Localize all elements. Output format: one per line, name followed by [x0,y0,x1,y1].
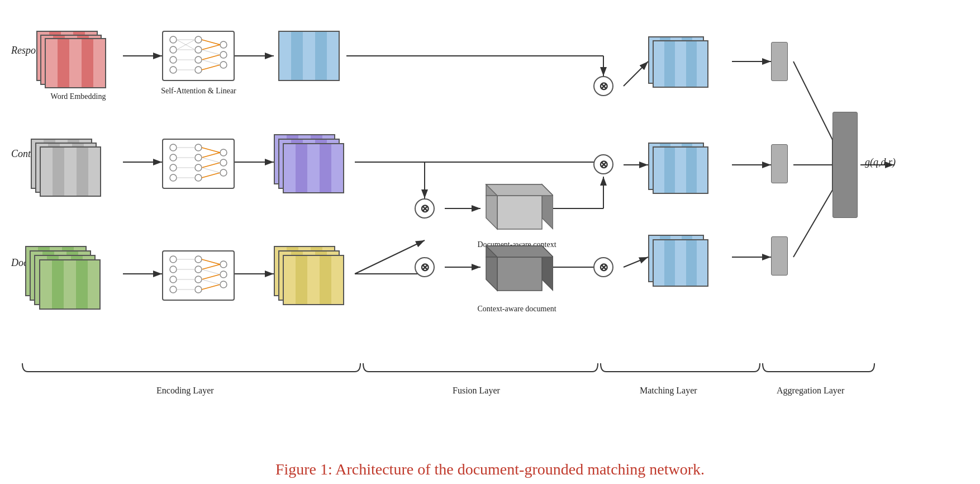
svg-point-79 [170,266,177,273]
svg-line-75 [202,173,220,178]
main-container: Response Context Document W [0,0,980,484]
svg-point-86 [220,261,227,268]
svg-point-39 [195,46,202,53]
svg-point-37 [170,67,177,73]
svg-point-44 [220,61,227,68]
svg-line-93 [202,259,220,264]
svg-line-72 [202,148,220,153]
doc-nn [162,250,235,301]
self-attention-label: Self-Attention & Linear [155,87,242,96]
agg-bar-large [832,112,858,218]
out-context-front [653,146,708,194]
svg-line-96 [202,284,220,290]
svg-point-36 [170,56,177,63]
fusion-mult-top: ⊗ [415,198,435,219]
svg-point-83 [195,266,202,273]
svg-point-35 [170,46,177,53]
svg-point-64 [195,174,202,181]
svg-line-29 [793,61,832,140]
svg-line-15 [355,240,425,274]
svg-line-54 [202,65,220,70]
svg-point-78 [170,256,177,263]
response-enc-back [278,31,340,81]
match-mult-context: ⊗ [593,154,613,174]
svg-point-65 [220,149,227,156]
svg-point-66 [220,159,227,166]
agg-bar-doc [771,236,788,276]
svg-point-87 [220,271,227,278]
context-nn [162,139,235,189]
svg-marker-110 [486,246,553,257]
svg-point-42 [220,41,227,48]
svg-line-31 [793,190,832,257]
svg-line-56 [202,60,220,65]
svg-point-80 [170,276,177,283]
svg-line-53 [202,55,220,60]
svg-point-82 [195,256,202,263]
svg-line-94 [202,264,220,269]
encoding-layer-label: Encoding Layer [156,386,214,396]
matching-layer-label: Matching Layer [640,386,697,396]
match-mult-response: ⊗ [593,76,613,96]
svg-marker-101 [497,196,542,229]
ctx-aware-cube [481,240,553,302]
svg-marker-109 [486,257,497,291]
doc-matrix-front [39,259,101,310]
svg-line-25 [624,257,648,267]
svg-line-51 [202,40,220,45]
out-doc-front [653,239,708,287]
svg-line-74 [202,163,220,168]
svg-point-40 [195,56,202,63]
fusion-layer-label: Fusion Layer [453,386,500,396]
agg-bar-context [771,144,788,183]
agg-bar-response [771,42,788,81]
word-embedding-label: Word Embedding [36,92,120,101]
svg-point-61 [195,144,202,151]
match-mult-doc: ⊗ [593,257,613,277]
figure-caption: Figure 1: Architecture of the document-g… [0,461,980,478]
ctx-aware-label: Context-aware document [469,305,564,314]
svg-point-84 [195,276,202,283]
context-enc-front [283,143,344,193]
context-matrix-front [40,146,101,197]
response-nn [162,31,235,81]
svg-point-85 [195,286,202,293]
svg-line-98 [202,279,220,284]
svg-point-41 [195,67,202,73]
svg-point-81 [170,286,177,293]
doc-enc-front [283,255,344,305]
svg-point-43 [220,51,227,58]
out-response-front [653,40,708,88]
svg-line-52 [202,45,220,50]
svg-point-34 [170,36,177,43]
response-matrix-front [45,38,106,88]
aggregation-layer-label: Aggregation Layer [777,386,844,396]
svg-point-62 [195,154,202,161]
svg-line-73 [202,153,220,158]
svg-point-60 [170,174,177,181]
svg-point-67 [220,169,227,176]
svg-marker-104 [486,184,553,196]
svg-line-77 [202,168,220,173]
svg-line-95 [202,274,220,279]
svg-point-59 [170,164,177,171]
svg-line-55 [202,50,220,55]
fusion-mult-bottom: ⊗ [415,257,435,277]
svg-point-57 [170,144,177,151]
svg-point-38 [195,36,202,43]
svg-marker-103 [486,196,497,229]
svg-line-97 [202,269,220,274]
svg-line-76 [202,158,220,163]
gqdr-label: g(q,d,r) [865,156,896,168]
svg-point-58 [170,154,177,161]
svg-line-23 [624,61,648,86]
doc-aware-cube [481,179,553,240]
diagram-area: Response Context Document W [0,0,980,425]
svg-point-88 [220,281,227,288]
svg-point-63 [195,164,202,171]
svg-marker-107 [497,257,542,291]
